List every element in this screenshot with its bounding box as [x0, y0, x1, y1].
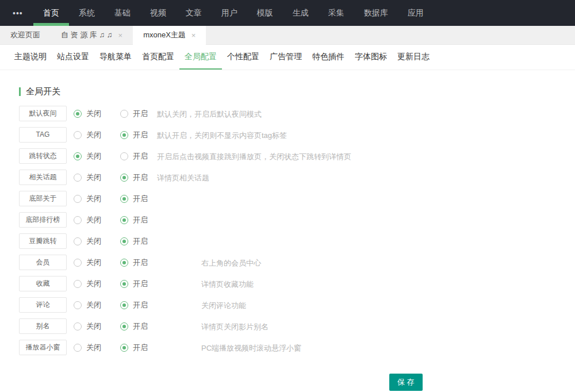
- radio-label: 开启: [133, 321, 148, 332]
- radio-off[interactable]: 关闭: [74, 151, 113, 162]
- radio-circle-icon: [74, 110, 82, 118]
- radio-label: 开启: [133, 151, 148, 162]
- radio-on[interactable]: 开启: [120, 300, 160, 310]
- radio-circle-icon: [74, 131, 82, 139]
- setting-label: 默认夜间: [19, 106, 67, 121]
- radio-off[interactable]: 关闭: [74, 321, 113, 332]
- setting-row: 别名关闭开启详情页关闭影片别名: [19, 318, 575, 334]
- topnav-item[interactable]: 基础: [105, 0, 140, 26]
- radio-on[interactable]: 开启: [120, 236, 160, 247]
- radio-on[interactable]: 开启: [120, 194, 160, 204]
- radio-on[interactable]: 开启: [120, 321, 160, 332]
- radio-off[interactable]: 关闭: [74, 236, 113, 247]
- radio-on[interactable]: 开启: [120, 215, 160, 225]
- radio-label: 开启: [133, 109, 148, 119]
- topnav-item[interactable]: 用户: [212, 0, 247, 26]
- radio-on[interactable]: 开启: [120, 109, 160, 119]
- radio-label: 开启: [133, 172, 148, 183]
- radio-label: 关闭: [86, 130, 101, 140]
- topnav-item[interactable]: 数据库: [354, 0, 398, 26]
- section-title-text: 全局开关: [26, 86, 60, 97]
- setting-row: 默认夜间关闭开启默认关闭，开启后默认夜间模式: [19, 106, 575, 121]
- radio-off[interactable]: 关闭: [74, 279, 113, 289]
- topnav-item[interactable]: 采集: [319, 0, 354, 26]
- radio-off[interactable]: 关闭: [74, 343, 113, 353]
- setting-description: 默认关闭，开启后默认夜间模式: [157, 109, 262, 120]
- radio-label: 关闭: [86, 300, 101, 310]
- setting-description: 详情页收藏功能: [201, 279, 254, 290]
- workspace-tab[interactable]: 自 资 源 库 ♫ ♫×: [51, 26, 133, 44]
- setting-row: 豆瓣跳转关闭开启: [19, 233, 575, 249]
- topnav-item[interactable]: 应用: [398, 0, 434, 26]
- workspace-tab-label: mxoneX主题: [143, 30, 186, 40]
- radio-on[interactable]: 开启: [120, 258, 160, 268]
- setting-label: 评论: [19, 297, 67, 313]
- radio-circle-icon: [74, 301, 82, 309]
- radio-label: 开启: [133, 194, 148, 204]
- setting-label: 收藏: [19, 276, 67, 291]
- radio-label: 开启: [133, 215, 148, 225]
- radio-off[interactable]: 关闭: [74, 109, 113, 119]
- radio-on[interactable]: 开启: [120, 343, 160, 353]
- radio-circle-icon: [120, 216, 128, 224]
- subnav-item[interactable]: 站点设置: [52, 45, 94, 70]
- save-button[interactable]: 保 存: [389, 374, 423, 391]
- radio-circle-icon: [120, 344, 128, 352]
- top-nav-list: 首页系统基础视频文章用户模版生成采集数据库应用: [33, 0, 434, 26]
- radio-on[interactable]: 开启: [120, 130, 160, 140]
- radio-off[interactable]: 关闭: [74, 194, 113, 204]
- radio-on[interactable]: 开启: [120, 151, 160, 162]
- radio-circle-icon: [74, 344, 82, 352]
- workspace-tab[interactable]: 欢迎页面: [0, 26, 51, 44]
- radio-off[interactable]: 关闭: [74, 130, 113, 140]
- workspace-tab-label: 欢迎页面: [10, 30, 40, 40]
- section-title-accent-bar: [19, 87, 21, 96]
- workspace-tab-label: 自 资 源 库 ♫ ♫: [61, 30, 113, 40]
- subnav-item[interactable]: 导航菜单: [94, 45, 137, 70]
- top-navbar: ••• 首页系统基础视频文章用户模版生成采集数据库应用: [0, 0, 575, 26]
- radio-circle-icon: [74, 259, 82, 267]
- workspace-tab[interactable]: mxoneX主题×: [133, 26, 206, 45]
- section-title: 全局开关: [19, 86, 575, 97]
- setting-row: 跳转状态关闭开启开启后点击视频直接跳到播放页，关闭状态下跳转到详情页: [19, 148, 575, 164]
- radio-circle-icon: [120, 174, 128, 182]
- setting-label: 播放器小窗: [19, 340, 67, 355]
- subnav-item[interactable]: 更新日志: [392, 45, 435, 70]
- radio-label: 关闭: [86, 151, 101, 162]
- topnav-item[interactable]: 模版: [247, 0, 283, 26]
- radio-off[interactable]: 关闭: [74, 258, 113, 268]
- radio-circle-icon: [74, 152, 82, 160]
- setting-description: 开启后点击视频直接跳到播放页，关闭状态下跳转到详情页: [157, 152, 351, 162]
- subnav-item[interactable]: 特色插件: [307, 45, 350, 70]
- radio-label: 关闭: [86, 236, 101, 247]
- subnav-item[interactable]: 广告管理: [264, 45, 307, 70]
- topnav-item[interactable]: 系统: [69, 0, 105, 26]
- more-menu-icon[interactable]: •••: [0, 0, 33, 26]
- topnav-item[interactable]: 视频: [140, 0, 176, 26]
- radio-label: 关闭: [86, 258, 101, 268]
- subnav-item[interactable]: 字体图标: [350, 45, 392, 70]
- setting-label: 底部关于: [19, 191, 67, 206]
- radio-on[interactable]: 开启: [120, 172, 160, 183]
- radio-circle-icon: [74, 174, 82, 182]
- setting-label: TAG: [19, 127, 67, 143]
- topnav-item[interactable]: 首页: [33, 0, 69, 26]
- radio-off[interactable]: 关闭: [74, 300, 113, 310]
- setting-row: TAG关闭开启默认开启，关闭则不显示内容页tag标签: [19, 127, 575, 143]
- topnav-item[interactable]: 文章: [176, 0, 212, 26]
- radio-on[interactable]: 开启: [120, 279, 160, 289]
- radio-off[interactable]: 关闭: [74, 172, 113, 183]
- subnav-item[interactable]: 首页配置: [137, 45, 179, 70]
- setting-description: 关闭评论功能: [201, 301, 246, 311]
- subnav-item[interactable]: 个性配置: [222, 45, 264, 70]
- subnav-item[interactable]: 主题说明: [9, 45, 52, 70]
- close-icon[interactable]: ×: [118, 32, 123, 39]
- setting-row: 相关话题关闭开启详情页相关话题: [19, 170, 575, 185]
- radio-label: 开启: [133, 236, 148, 247]
- radio-label: 关闭: [86, 321, 101, 332]
- topnav-item[interactable]: 生成: [283, 0, 319, 26]
- subnav-item[interactable]: 全局配置: [179, 45, 222, 70]
- radio-off[interactable]: 关闭: [74, 215, 113, 225]
- close-icon[interactable]: ×: [191, 32, 196, 39]
- setting-description: PC端播放视频时滚动悬浮小窗: [201, 343, 301, 353]
